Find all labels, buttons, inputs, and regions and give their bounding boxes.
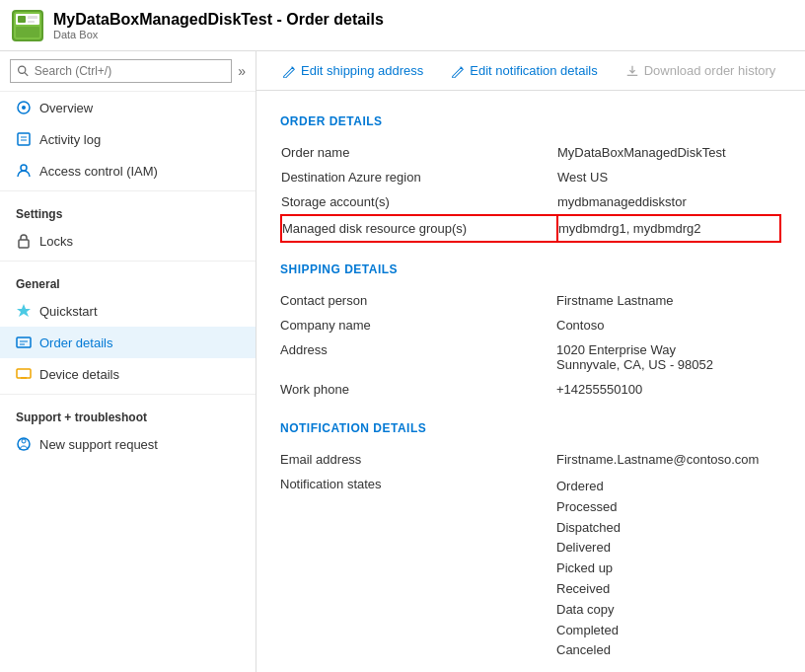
section-support-label: Support + troubleshoot: [0, 399, 256, 428]
download-history-button[interactable]: Download order history: [620, 59, 782, 82]
field-value: mydbmdrg1, mydbmdrg2: [557, 215, 780, 242]
table-row: Company name Contoso: [280, 313, 781, 337]
notification-state-item: Data copy: [556, 600, 781, 621]
sidebar-item-device-details-label: Device details: [39, 367, 119, 382]
svg-line-8: [25, 73, 28, 76]
field-label: Work phone: [280, 377, 556, 402]
sidebar-item-quickstart[interactable]: Quickstart: [0, 295, 256, 327]
notification-states-list: OrderedProcessedDispatchedDeliveredPicke…: [556, 477, 781, 661]
download-icon: [625, 64, 639, 78]
svg-point-7: [19, 66, 26, 73]
svg-rect-11: [18, 133, 30, 145]
field-value: West US: [557, 165, 780, 189]
search-input[interactable]: [35, 64, 225, 78]
table-row: Destination Azure region West US: [281, 165, 780, 189]
iam-icon: [16, 163, 32, 179]
notification-state-item: Received: [556, 579, 781, 600]
content-area: ORDER DETAILS Order name MyDataBoxManage…: [256, 91, 805, 672]
main-layout: » Overview Activity log: [0, 51, 805, 672]
field-label: Order name: [281, 140, 557, 165]
field-value: MyDataBoxManagedDiskTest: [557, 140, 780, 165]
sidebar-item-iam-label: Access control (IAM): [39, 164, 158, 179]
notification-state-item: Delivered: [556, 538, 781, 559]
divider-general: [0, 261, 256, 261]
svg-rect-6: [28, 21, 35, 23]
edit-shipping-button[interactable]: Edit shipping address: [276, 59, 429, 82]
svg-point-22: [22, 439, 26, 443]
notification-state-item: Dispatched: [556, 518, 781, 539]
svg-rect-19: [17, 369, 31, 378]
activity-icon: [16, 131, 32, 147]
table-row: Contact person Firstname Lastname: [280, 288, 781, 313]
field-value: Firstname Lastname: [556, 288, 781, 313]
table-row: Email address Firstname.Lastname@contoso…: [280, 447, 781, 472]
sidebar: » Overview Activity log: [0, 51, 256, 672]
order-icon: [16, 335, 32, 350]
edit-shipping-icon: [282, 64, 296, 78]
divider-settings: [0, 190, 256, 191]
header-text-block: MyDataBoxManagedDiskTest - Order details…: [53, 11, 384, 40]
sidebar-item-locks[interactable]: Locks: [0, 225, 256, 257]
table-row: Order name MyDataBoxManagedDiskTest: [281, 140, 780, 165]
sidebar-item-order-details[interactable]: Order details: [0, 327, 256, 358]
support-icon: [16, 436, 32, 452]
svg-rect-16: [17, 337, 31, 347]
field-value: Contoso: [556, 313, 781, 337]
toolbar: Edit shipping address Edit notification …: [256, 51, 805, 91]
table-row: Work phone +14255550100: [280, 377, 781, 402]
search-icon: [17, 64, 30, 78]
sidebar-item-device-details[interactable]: Device details: [0, 358, 256, 390]
svg-rect-4: [18, 16, 26, 23]
sidebar-item-quickstart-label: Quickstart: [39, 304, 98, 319]
search-box[interactable]: [10, 59, 232, 83]
field-label: Notification states: [280, 472, 556, 666]
svg-rect-3: [16, 27, 39, 37]
sidebar-item-activity-log[interactable]: Activity log: [0, 123, 256, 155]
svg-rect-5: [28, 16, 37, 19]
field-label: Contact person: [280, 288, 556, 313]
sidebar-item-overview-label: Overview: [39, 101, 93, 115]
page-subtitle: Data Box: [53, 29, 384, 40]
notification-state-item: Completed: [556, 621, 781, 641]
shipping-details-table: Contact person Firstname Lastname Compan…: [280, 288, 781, 402]
device-icon: [16, 366, 32, 382]
field-label: Managed disk resource group(s): [281, 215, 557, 242]
sidebar-search-container: »: [0, 51, 256, 92]
main-content: Edit shipping address Edit notification …: [256, 51, 805, 672]
notification-state-item: Picked up: [556, 559, 781, 579]
svg-point-21: [18, 438, 30, 450]
sidebar-item-support[interactable]: New support request: [0, 428, 256, 460]
notification-details-section-header: NOTIFICATION DETAILS: [280, 421, 781, 435]
divider-support: [0, 394, 256, 395]
section-general-label: General: [0, 265, 256, 295]
quickstart-icon: [16, 303, 32, 319]
shipping-details-section-header: SHIPPING DETAILS: [280, 262, 781, 276]
collapse-button[interactable]: »: [238, 63, 246, 79]
sidebar-item-overview[interactable]: Overview: [0, 92, 256, 123]
field-label: Company name: [280, 313, 556, 337]
table-row: Address 1020 Enterprise Way Sunnyvale, C…: [280, 337, 781, 377]
sidebar-item-iam[interactable]: Access control (IAM): [0, 155, 256, 187]
field-value: mydbmanageddiskstor: [557, 189, 780, 215]
field-value: OrderedProcessedDispatchedDeliveredPicke…: [556, 472, 781, 666]
svg-point-10: [22, 106, 26, 110]
app-icon: [12, 10, 43, 41]
sidebar-item-order-details-label: Order details: [39, 336, 112, 350]
svg-point-14: [21, 165, 27, 171]
table-row-highlighted: Managed disk resource group(s) mydbmdrg1…: [281, 215, 780, 242]
edit-notification-button[interactable]: Edit notification details: [445, 59, 603, 82]
field-value: 1020 Enterprise Way Sunnyvale, CA, US - …: [556, 337, 781, 377]
page-title: MyDataBoxManagedDiskTest - Order details: [53, 11, 384, 29]
section-settings-label: Settings: [0, 195, 256, 225]
notification-details-table: Email address Firstname.Lastname@contoso…: [280, 447, 781, 666]
svg-rect-15: [19, 240, 29, 248]
lock-icon: [16, 233, 32, 249]
field-value: +14255550100: [556, 377, 781, 402]
sidebar-item-support-label: New support request: [39, 437, 158, 452]
notification-state-item: Processed: [556, 497, 781, 518]
field-label: Destination Azure region: [281, 165, 557, 189]
order-details-table: Order name MyDataBoxManagedDiskTest Dest…: [280, 140, 781, 243]
field-label: Address: [280, 337, 556, 377]
edit-notification-icon: [451, 64, 465, 78]
overview-icon: [16, 100, 32, 115]
